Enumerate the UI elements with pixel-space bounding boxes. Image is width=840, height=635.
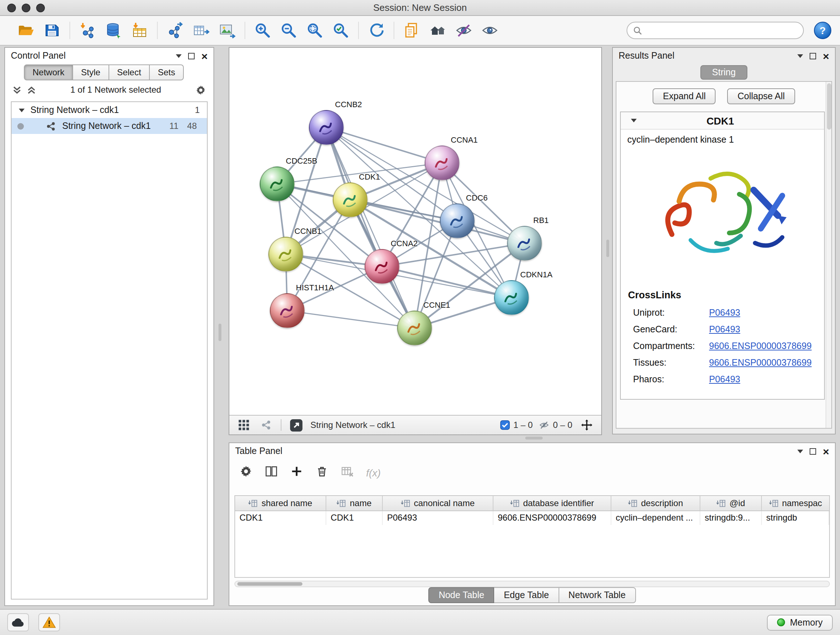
crosslink-link[interactable]: P06493 (709, 307, 740, 318)
column-header[interactable]: description (611, 496, 700, 510)
tab-select[interactable]: Select (109, 65, 150, 80)
import-table-file-button[interactable] (129, 19, 150, 41)
crosslink-link[interactable]: 9606.ENSP00000378699 (709, 357, 812, 367)
table-horizontal-scrollbar[interactable] (234, 581, 830, 587)
window-titlebar[interactable]: Session: New Session (0, 0, 840, 16)
pan-mode-button[interactable] (579, 417, 595, 433)
tree-expand-icon[interactable] (19, 108, 25, 112)
network-collection-row[interactable]: String Network – cdk1 1 (11, 102, 207, 118)
warnings-button[interactable] (38, 613, 60, 631)
function-builder-button[interactable]: f(x) (366, 467, 381, 478)
scrollbar-thumb[interactable] (827, 83, 831, 130)
birdseye-view-button[interactable] (258, 417, 274, 433)
close-window-button[interactable] (7, 4, 16, 12)
float-panel-icon[interactable] (810, 52, 816, 59)
minimize-window-button[interactable] (22, 4, 30, 12)
search-input[interactable] (647, 25, 797, 35)
table-row[interactable]: CDK1CDK1P064939606.ENSP00000378699cyclin… (235, 511, 829, 525)
export-network-button[interactable] (164, 19, 186, 41)
network-node-hist1h1a[interactable] (270, 293, 305, 328)
results-scrollbar[interactable] (826, 82, 831, 428)
network-edge[interactable] (287, 310, 415, 328)
network-node-cdc25b[interactable] (260, 166, 294, 201)
show-all-button[interactable] (479, 19, 501, 41)
expand-all-icon[interactable] (27, 85, 36, 95)
zoom-fit-button[interactable] (304, 19, 325, 41)
tab-network[interactable]: Network (24, 65, 73, 80)
refresh-view-button[interactable] (365, 19, 387, 41)
cloud-status-button[interactable] (7, 613, 29, 631)
save-session-button[interactable] (41, 19, 63, 41)
export-image-button[interactable] (216, 19, 238, 41)
hidden-eye-icon[interactable] (539, 420, 549, 430)
network-edge[interactable] (382, 266, 512, 298)
first-neighbors-button[interactable] (427, 19, 448, 41)
panel-menu-icon[interactable] (797, 54, 803, 57)
export-table-button[interactable] (190, 19, 212, 41)
float-panel-icon[interactable] (810, 448, 816, 454)
section-expand-icon[interactable] (631, 119, 637, 122)
maximize-window-button[interactable] (36, 4, 45, 12)
grid-view-button[interactable] (236, 417, 252, 433)
show-columns-button[interactable] (265, 465, 278, 481)
memory-button[interactable]: Memory (767, 614, 833, 630)
collapse-all-button[interactable]: Collapse All (728, 88, 795, 104)
hide-selected-button[interactable] (453, 19, 475, 41)
column-header[interactable]: canonical name (383, 496, 493, 510)
network-node-ccna2[interactable] (365, 249, 399, 284)
tab-node-table[interactable]: Node Table (429, 587, 494, 603)
splitter-handle[interactable] (218, 324, 221, 341)
crosslink-link[interactable]: 9606.ENSP00000378699 (709, 340, 812, 351)
close-panel-icon[interactable]: × (823, 50, 829, 61)
float-panel-icon[interactable] (188, 52, 195, 59)
splitter-handle[interactable] (606, 240, 609, 257)
network-node-ccna1[interactable] (425, 146, 459, 180)
network-node-ccne1[interactable] (397, 310, 432, 345)
network-edge[interactable] (326, 127, 415, 328)
network-node-ccnb1[interactable] (268, 237, 303, 272)
tab-sets[interactable]: Sets (150, 65, 184, 80)
table-options-button[interactable] (240, 465, 253, 481)
delete-column-button[interactable] (316, 465, 328, 481)
collapse-all-icon[interactable] (12, 85, 22, 95)
network-node-ccnb2[interactable] (309, 110, 344, 145)
network-node-cdc6[interactable] (440, 203, 475, 238)
panel-menu-icon[interactable] (797, 449, 803, 453)
network-node-cdk1[interactable] (333, 182, 368, 217)
network-options-gear-icon[interactable] (195, 84, 206, 95)
zoom-selected-button[interactable] (330, 19, 352, 41)
scrollbar-thumb[interactable] (237, 582, 302, 586)
selected-checkbox-icon[interactable] (500, 420, 510, 430)
tab-string[interactable]: String (700, 65, 747, 80)
help-button[interactable]: ? (814, 22, 831, 39)
open-session-button[interactable] (15, 19, 37, 41)
column-header[interactable]: database identifier (493, 496, 611, 510)
tab-style[interactable]: Style (73, 65, 109, 80)
splitter-handle[interactable] (525, 437, 543, 440)
delete-table-button[interactable] (341, 465, 354, 481)
copy-button[interactable] (401, 19, 423, 41)
column-header[interactable]: name (326, 496, 383, 510)
tab-edge-table[interactable]: Edge Table (494, 587, 559, 603)
expand-all-button[interactable]: Expand All (653, 88, 716, 104)
zoom-out-button[interactable] (278, 19, 300, 41)
close-panel-icon[interactable]: × (823, 446, 829, 456)
search-box[interactable] (627, 22, 804, 39)
column-header[interactable]: @id (700, 496, 762, 510)
network-canvas[interactable]: CCNB2CCNA1CDC25BCDK1CDC6RB1CCNB1CCNA2CDK… (229, 48, 601, 415)
panel-menu-icon[interactable] (176, 54, 182, 57)
import-network-database-button[interactable] (103, 19, 125, 41)
network-node-rb1[interactable] (507, 226, 542, 261)
crosslink-link[interactable]: P06493 (709, 374, 740, 384)
column-header[interactable]: namespac (762, 496, 829, 510)
add-column-button[interactable] (290, 465, 303, 481)
tab-network-table[interactable]: Network Table (559, 587, 636, 603)
import-network-file-button[interactable] (77, 19, 98, 41)
network-node-cdkn1a[interactable] (494, 280, 529, 315)
column-header[interactable]: shared name (235, 496, 326, 510)
network-row[interactable]: String Network – cdk1 11 48 (11, 118, 207, 134)
close-panel-icon[interactable]: × (201, 50, 208, 61)
network-edge[interactable] (326, 127, 442, 163)
zoom-in-button[interactable] (252, 19, 273, 41)
gene-section-header[interactable]: CDK1 (621, 112, 824, 130)
